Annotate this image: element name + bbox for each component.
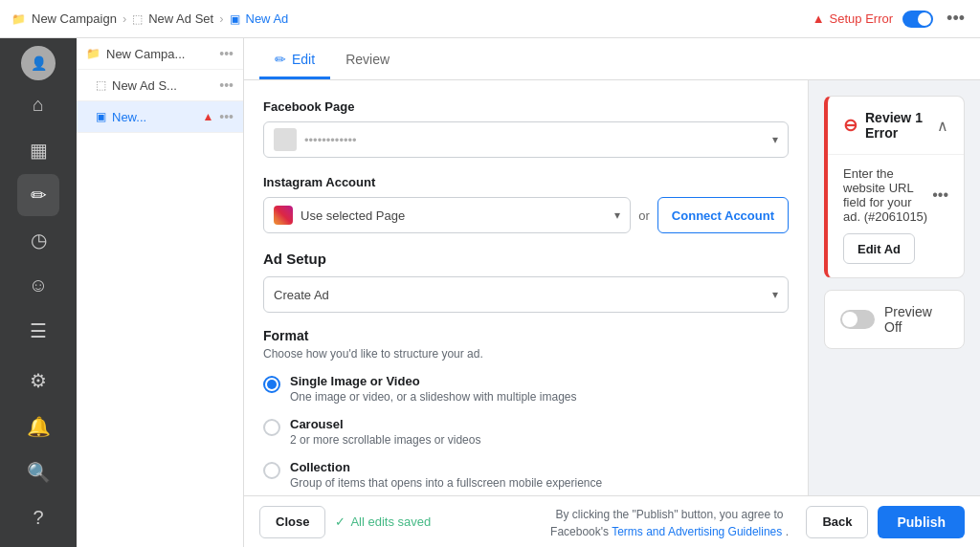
sidebar-home[interactable]: ⌂	[17, 84, 59, 125]
format-carousel-name: Carousel	[290, 417, 480, 431]
avatar[interactable]: 👤	[21, 46, 56, 80]
breadcrumb-sep-2: ›	[219, 11, 223, 26]
toggle-knob	[918, 12, 931, 26]
setup-error: ▲ Setup Error	[813, 11, 893, 26]
format-single-text: Single Image or Video One image or video…	[290, 374, 576, 404]
radio-collection[interactable]	[263, 462, 280, 479]
tab-bar: ✏ Edit Review	[244, 38, 980, 80]
toggle-switch[interactable]	[902, 11, 933, 28]
saved-status-text: All edits saved	[350, 514, 431, 529]
format-subtitle: Choose how you'd like to structure your …	[263, 347, 789, 361]
folder-icon: 📁	[11, 12, 26, 26]
connect-account-button[interactable]: Connect Account	[657, 197, 789, 233]
main-layout: 👤 ⌂ ▦ ✏ ◷ ☺ ☰ ⚙ 🔔 🔍 ? 📁 New Campa... •••…	[0, 38, 980, 547]
format-carousel-desc: 2 or more scrollable images or videos	[290, 433, 480, 447]
error-card-body: Enter the website URL field for your ad.…	[828, 154, 964, 277]
form-panel: Facebook Page •••••••••••• ▾ Instagram A…	[244, 80, 809, 495]
radio-carousel[interactable]	[263, 419, 280, 436]
format-option-collection[interactable]: Collection Group of items that opens int…	[263, 460, 789, 490]
sidebar-help[interactable]: ?	[17, 497, 59, 539]
facebook-page-group: Facebook Page •••••••••••• ▾	[263, 99, 789, 158]
error-collapse-button[interactable]: ∧	[937, 117, 948, 135]
breadcrumb-campaign[interactable]: New Campaign	[32, 11, 117, 26]
instagram-account-label: Instagram Account	[263, 175, 789, 189]
error-message-text: Enter the website URL field for your ad.…	[843, 166, 932, 224]
adset-item-label: New Ad S...	[112, 78, 213, 93]
facebook-page-label: Facebook Page	[263, 99, 789, 114]
campaign-folder-icon: 📁	[86, 47, 100, 60]
check-icon: ✓	[335, 514, 345, 529]
ad-setup-dropdown[interactable]: Create Ad ▾	[263, 276, 789, 313]
error-message: Enter the website URL field for your ad.…	[843, 155, 948, 233]
campaign-item-new-adset[interactable]: ⬚ New Ad S... •••	[77, 70, 243, 101]
campaign-panel: 📁 New Campa... ••• ⬚ New Ad S... ••• ▣ N…	[77, 38, 244, 547]
top-bar-right: ▲ Setup Error •••	[813, 9, 969, 29]
campaign-item-label: New Campa...	[106, 47, 213, 61]
instagram-selected-value: Use selected Page	[301, 208, 405, 223]
format-option-single[interactable]: Single Image or Video One image or video…	[263, 374, 789, 404]
facebook-page-selected: ••••••••••••	[304, 133, 357, 147]
edit-ad-button[interactable]: Edit Ad	[843, 233, 915, 264]
sidebar-search[interactable]: 🔍	[17, 451, 59, 493]
preview-toggle[interactable]	[840, 310, 875, 329]
breadcrumb-adset[interactable]: New Ad Set	[148, 11, 213, 26]
terms-link[interactable]: Terms and Advertising Guidelines	[612, 525, 782, 538]
adset-more-icon[interactable]: •••	[219, 77, 234, 93]
more-options-button[interactable]: •••	[943, 9, 969, 29]
ad-setup-section: Ad Setup Create Ad ▾ Format Choose how y…	[263, 251, 789, 495]
setup-error-label: Setup Error	[830, 11, 893, 26]
campaign-item-new-ad[interactable]: ▣ New... ▲ •••	[77, 101, 243, 133]
bottom-bar: Close ✓ All edits saved By clicking the …	[244, 495, 980, 547]
close-button[interactable]: Close	[259, 506, 325, 538]
terms-area: By clicking the "Publish" button, you ag…	[533, 505, 807, 539]
format-group: Format Choose how you'd like to structur…	[263, 328, 789, 490]
instagram-account-group: Instagram Account Use selected Page ▾ or…	[263, 175, 789, 233]
format-option-carousel[interactable]: Carousel 2 or more scrollable images or …	[263, 417, 789, 447]
sidebar-analytics[interactable]: ▦	[17, 129, 59, 170]
ad-warning-icon: ▲	[202, 110, 213, 123]
adset-icon-panel: ⬚	[96, 78, 106, 92]
terms-text: By clicking the "Publish" button, you ag…	[550, 508, 789, 538]
bottom-bar-right: Back Publish	[806, 506, 965, 538]
content-area: ✏ Edit Review Facebook Page ••••••••••••	[244, 38, 980, 547]
edit-tab-label: Edit	[292, 52, 315, 67]
facebook-page-arrow: ▾	[772, 133, 778, 146]
instagram-select[interactable]: Use selected Page ▾	[263, 197, 631, 233]
sidebar-edit[interactable]: ✏	[17, 174, 59, 215]
instagram-row: Use selected Page ▾ or Connect Account	[263, 197, 789, 233]
right-panel: ⊖ Review 1 Error ∧ Enter the website URL…	[809, 80, 980, 495]
breadcrumb: 📁 New Campaign › ⬚ New Ad Set › ▣ New Ad	[11, 11, 805, 26]
radio-single[interactable]	[263, 376, 280, 393]
sidebar-gear[interactable]: ⚙	[17, 360, 59, 402]
tab-review[interactable]: Review	[330, 42, 405, 79]
create-ad-arrow: ▾	[772, 288, 778, 301]
preview-card: Preview Off	[824, 290, 965, 349]
sidebar-clock[interactable]: ◷	[17, 220, 59, 261]
breadcrumb-ad: New Ad	[246, 11, 289, 26]
ad-more-icon[interactable]: •••	[219, 109, 234, 124]
facebook-page-select[interactable]: •••••••••••• ▾	[263, 121, 789, 158]
warning-icon: ▲	[813, 11, 825, 26]
error-badge-icon: ⊖	[843, 115, 858, 136]
sidebar-emoji[interactable]: ☺	[17, 265, 59, 306]
or-separator: or	[638, 208, 650, 223]
tab-edit[interactable]: ✏ Edit	[259, 42, 330, 79]
sidebar-bell[interactable]: 🔔	[17, 405, 59, 448]
error-more-button[interactable]: •••	[932, 186, 948, 204]
terms-end: .	[786, 525, 789, 538]
ad-icon-panel: ▣	[96, 110, 106, 123]
campaign-item-new-campaign[interactable]: 📁 New Campa... •••	[77, 38, 243, 70]
review-tab-label: Review	[345, 52, 390, 67]
left-sidebar: 👤 ⌂ ▦ ✏ ◷ ☺ ☰ ⚙ 🔔 🔍 ?	[0, 38, 77, 547]
instagram-icon	[274, 206, 293, 225]
preview-label: Preview Off	[884, 304, 948, 335]
format-collection-name: Collection	[290, 460, 602, 474]
sidebar-list[interactable]: ☰	[17, 311, 59, 352]
breadcrumb-sep-1: ›	[122, 11, 126, 26]
back-button[interactable]: Back	[806, 506, 868, 538]
sidebar-bottom: ⚙ 🔔 🔍 ?	[17, 360, 59, 539]
publish-button[interactable]: Publish	[878, 506, 965, 538]
campaign-more-icon[interactable]: •••	[219, 46, 234, 61]
error-title: ⊖ Review 1 Error	[843, 110, 937, 141]
ad-setup-title: Ad Setup	[263, 251, 789, 267]
